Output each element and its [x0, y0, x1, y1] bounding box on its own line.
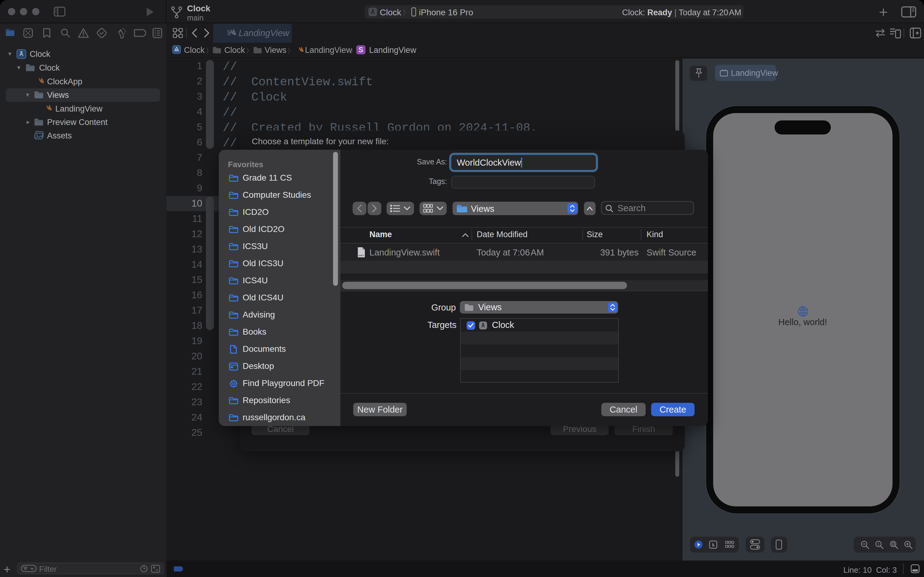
- svg-text:1: 1: [877, 542, 879, 546]
- svg-text:SWIFT: SWIFT: [358, 255, 364, 256]
